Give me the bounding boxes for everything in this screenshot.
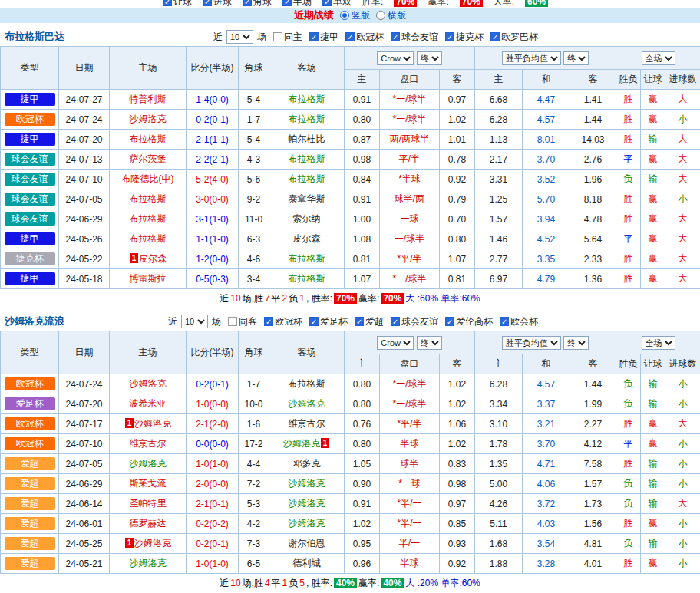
checkbox-checked-icon[interactable] [490,32,500,41]
layout-vertical-radio[interactable]: 竖版 [340,9,370,22]
layout-horizontal-radio[interactable]: 横版 [376,9,406,22]
checkbox-checked-icon[interactable] [203,0,212,6]
top-filter-半场[interactable]: 半场 [282,0,312,8]
radio-selected-icon[interactable] [340,11,349,20]
team-name[interactable]: 布拉格斯 [289,153,325,164]
filter-checkbox-欧罗巴杯[interactable]: 欧罗巴杯 [490,31,538,44]
odds-provider-select[interactable]: Crow [377,336,414,350]
filter-checkbox-球会友谊[interactable]: 球会友谊 [391,31,438,44]
handicap-word: 输 [649,538,658,549]
ah-final-select[interactable]: 终 [417,336,442,350]
checkbox-checked-icon[interactable] [500,317,509,326]
checkbox-checked-icon[interactable] [264,317,273,326]
filter-checkbox-爱足杯[interactable]: 爱足杯 [309,315,348,328]
match-count-select[interactable]: 10 [226,30,253,44]
scope-select[interactable]: 全场 [642,51,675,65]
team-name[interactable]: 沙姆洛克 [134,418,171,429]
team-name[interactable]: 沙姆洛克 [130,114,167,124]
eu-final-select[interactable]: 终 [563,336,589,350]
team-name[interactable]: 谢尔伯恩 [289,538,325,549]
radio-unselected-icon[interactable] [376,11,385,20]
top-filter-让球[interactable]: 让球 [163,0,192,8]
top-filter-角球[interactable]: 角球 [243,0,272,8]
checkbox-unchecked-icon[interactable] [228,317,237,326]
checkbox-checked-icon[interactable] [309,32,319,41]
filter-checkbox-捷克杯[interactable]: 捷克杯 [445,31,484,44]
team-name[interactable]: 布拉格斯 [130,233,167,244]
team-name[interactable]: 萨尔茨堡 [130,153,167,164]
filter-checkbox-爱超[interactable]: 爱超 [355,315,384,328]
filter-checkbox-欧冠杯[interactable]: 欧冠杯 [264,315,302,328]
match-count-select[interactable]: 10 [181,315,208,328]
team-name[interactable]: 博雷斯拉 [130,273,167,284]
checkbox-checked-icon[interactable] [309,317,319,326]
team-name[interactable]: 沙姆洛克 [130,458,167,469]
team-name[interactable]: 沙姆洛克 [289,398,325,409]
checkbox-checked-icon[interactable] [345,32,355,41]
date-cell: 24-07-13 [59,150,110,170]
draw-odds: 3.35 [537,254,555,265]
team-name[interactable]: 帕尔杜比 [289,133,325,144]
scope-select[interactable]: 全场 [642,336,675,350]
team-name[interactable]: 布拉格斯 [289,253,325,264]
team-section-shamrock: 沙姆洛克流浪 近 10 场 同客欧冠杯爱足杯爱超球会友谊爱伦高杯欧会杯 类型 日… [0,312,700,592]
filter-checkbox-爱伦高杯[interactable]: 爱伦高杯 [445,315,493,328]
team-name[interactable]: 波希米亚 [130,398,167,409]
team-name[interactable]: 索尔纳 [293,213,321,224]
top-filter-进球[interactable]: 进球 [203,0,232,8]
team-name[interactable]: 圣帕特里 [130,498,167,509]
team-name[interactable]: 邓多克 [293,458,321,469]
checkbox-unchecked-icon[interactable] [273,32,282,41]
eu-home-odds-cell: 6.28 [475,374,523,394]
checkbox-checked-icon[interactable] [282,0,292,6]
filter-checkbox-同客[interactable]: 同客 [228,315,257,328]
team-name[interactable]: 德利城 [293,558,321,568]
checkbox-checked-icon[interactable] [445,317,454,326]
filter-checkbox-同主[interactable]: 同主 [273,31,302,44]
team-name[interactable]: 斯莱戈流 [130,478,167,489]
checkbox-checked-icon[interactable] [355,317,364,326]
team-name[interactable]: 沙姆洛克 [130,558,167,568]
team-name[interactable]: 皮尔森 [293,233,321,244]
team-name[interactable]: 沙姆洛克 [289,478,325,489]
filter-checkbox-捷甲[interactable]: 捷甲 [309,31,338,44]
team-name[interactable]: 布拉格斯 [130,193,167,204]
checkbox-checked-icon[interactable] [445,32,454,41]
checkbox-checked-icon[interactable] [243,0,252,6]
eu-odds-select[interactable]: 胜平负均值 [502,51,561,65]
team-name[interactable]: 泰拿华斯 [289,193,325,204]
team-name[interactable]: 皮尔森 [139,253,167,264]
team-name[interactable]: 沙姆洛克 [283,438,320,449]
team-name[interactable]: 沙姆洛克 [289,518,325,529]
checkbox-checked-icon[interactable] [163,0,172,6]
eu-odds-select[interactable]: 胜平负均值 [502,336,561,350]
ah-away-odds-cell: 1.02 [440,110,475,130]
odds-provider-select[interactable]: Crow [377,51,414,65]
team-name[interactable]: 布隆德比(中) [122,173,174,184]
team-name[interactable]: 维京古尔 [289,418,325,429]
team-name[interactable]: 布拉格斯 [289,173,325,184]
team-name[interactable]: 布拉格斯 [289,273,325,284]
team-name[interactable]: 德罗赫达 [130,518,167,529]
team-name[interactable]: 特普利斯 [130,94,167,104]
team-name[interactable]: 布拉格斯 [289,114,325,124]
team-name[interactable]: 沙姆洛克 [130,378,167,389]
team-name[interactable]: 布拉格斯 [289,94,325,104]
handicap-line: 半球 [401,558,419,568]
team-name[interactable]: 维京古尔 [130,438,167,449]
handicap-word: 赢 [649,94,658,104]
checkbox-checked-icon[interactable] [391,317,400,326]
checkbox-checked-icon[interactable] [322,0,332,6]
filter-checkbox-球会友谊[interactable]: 球会友谊 [391,315,438,328]
eu-final-select[interactable]: 终 [563,51,589,65]
team-name[interactable]: 沙姆洛克 [134,538,171,549]
ah-final-select[interactable]: 终 [417,51,442,65]
filter-checkbox-欧会杯[interactable]: 欧会杯 [500,315,538,328]
checkbox-checked-icon[interactable] [391,32,400,41]
team-name[interactable]: 布拉格斯 [130,133,167,144]
team-name[interactable]: 布拉格斯 [130,213,167,224]
team-name[interactable]: 沙姆洛克 [289,498,325,509]
top-filter-单双[interactable]: 单双 [322,0,352,8]
filter-checkbox-欧冠杯[interactable]: 欧冠杯 [345,31,384,44]
team-name[interactable]: 布拉格斯 [289,378,325,389]
